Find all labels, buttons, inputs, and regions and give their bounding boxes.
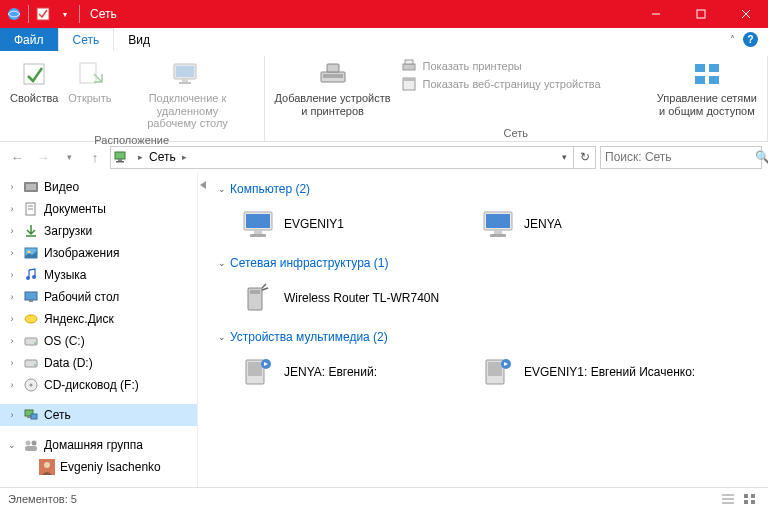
tree-resizer[interactable]	[198, 172, 208, 487]
section-infrastructure[interactable]: ⌄Сетевая инфраструктура (1)	[218, 252, 758, 274]
svg-rect-48	[31, 414, 37, 419]
search-input[interactable]	[605, 150, 755, 164]
minimize-button[interactable]	[633, 0, 678, 28]
section-media[interactable]: ⌄Устройства мультимедиа (2)	[218, 326, 758, 348]
media-device-icon	[480, 354, 516, 390]
tree-item-pictures[interactable]: ›Изображения	[0, 242, 197, 264]
svg-rect-77	[744, 500, 748, 504]
tree-item-downloads[interactable]: ›Загрузки	[0, 220, 197, 242]
search-icon[interactable]: 🔍	[755, 150, 768, 164]
cdrom-icon	[22, 376, 40, 394]
ribbon-small-buttons: Показать принтеры Показать веб-страницу …	[397, 56, 605, 94]
ribbon-tabs: Файл Сеть Вид ˄ ?	[0, 28, 768, 52]
quick-access-toolbar: ▾	[0, 5, 80, 23]
search-box[interactable]: 🔍	[600, 146, 762, 169]
tree-item-user[interactable]: Evgeniy Isachenko	[0, 456, 197, 478]
breadcrumb-network[interactable]: Сеть	[146, 150, 179, 164]
crumb-arrow-icon[interactable]: ▸	[179, 152, 190, 162]
svg-rect-51	[25, 446, 37, 451]
homegroup-icon	[22, 436, 40, 454]
printer-icon	[401, 58, 417, 74]
show-printers-button: Показать принтеры	[401, 58, 601, 74]
recent-dropdown[interactable]: ▾	[58, 146, 80, 168]
navigation-bar: ← → ▾ ↑ ▸ Сеть ▸ ▾ ↻ 🔍	[0, 142, 768, 172]
svg-rect-70	[488, 362, 502, 376]
svg-rect-24	[118, 159, 122, 161]
add-devices-button[interactable]: Добавление устройств и принтеров	[271, 56, 395, 119]
music-icon	[22, 266, 40, 284]
tab-view[interactable]: Вид	[114, 28, 164, 51]
pictures-icon	[22, 244, 40, 262]
tree-item-cdrom[interactable]: ›CD-дисковод (F:)	[0, 374, 197, 396]
open-button: Открыть	[64, 56, 115, 107]
svg-rect-16	[405, 60, 413, 64]
section-computer[interactable]: ⌄Компьютер (2)	[218, 178, 758, 200]
svg-point-41	[34, 342, 36, 344]
media-device-item[interactable]: JENYA: Евгений:	[238, 352, 468, 392]
svg-rect-60	[494, 230, 502, 234]
svg-rect-37	[29, 300, 33, 302]
address-dropdown-icon[interactable]: ▾	[555, 147, 573, 168]
back-button[interactable]: ←	[6, 146, 28, 168]
tree-item-os-c[interactable]: ›OS (C:)	[0, 330, 197, 352]
desktop-icon	[22, 288, 40, 306]
network-location-icon	[113, 148, 131, 166]
computer-item[interactable]: JENYA	[478, 204, 708, 244]
network-app-icon	[6, 6, 22, 22]
network-sharing-button[interactable]: Управление сетями и общим доступом	[653, 56, 761, 119]
forward-button[interactable]: →	[32, 146, 54, 168]
video-icon	[22, 178, 40, 196]
qat-separator	[79, 5, 80, 23]
tab-network[interactable]: Сеть	[58, 28, 115, 51]
details-view-button[interactable]	[718, 491, 738, 507]
icons-view-button[interactable]	[740, 491, 760, 507]
svg-point-0	[8, 8, 20, 20]
svg-line-65	[262, 288, 268, 290]
svg-rect-22	[709, 76, 719, 84]
tree-item-yadisk[interactable]: ›Яндекс.Диск	[0, 308, 197, 330]
tree-item-music[interactable]: ›Музыка	[0, 264, 197, 286]
svg-point-53	[44, 462, 50, 468]
qat-dropdown-icon[interactable]: ▾	[57, 6, 73, 22]
tree-item-homegroup[interactable]: ⌄Домашняя группа	[0, 434, 197, 456]
up-button[interactable]: ↑	[84, 146, 106, 168]
navigation-tree[interactable]: ›Видео ›Документы ›Загрузки ›Изображения…	[0, 172, 198, 487]
svg-rect-3	[697, 10, 705, 18]
router-item[interactable]: Wireless Router TL-WR740N	[238, 278, 468, 318]
refresh-button[interactable]: ↻	[573, 147, 595, 168]
svg-point-49	[26, 441, 31, 446]
svg-rect-63	[250, 290, 260, 294]
svg-point-45	[30, 384, 33, 387]
computer-item[interactable]: EVGENIY1	[238, 204, 468, 244]
tree-item-documents[interactable]: ›Документы	[0, 198, 197, 220]
svg-rect-20	[709, 64, 719, 72]
collapse-ribbon-icon[interactable]: ˄	[730, 34, 735, 45]
tree-item-network[interactable]: ›Сеть	[0, 404, 197, 426]
qat-separator	[28, 5, 29, 23]
network-icon	[22, 406, 40, 424]
crumb-arrow-icon[interactable]: ▸	[135, 152, 146, 162]
maximize-button[interactable]	[678, 0, 723, 28]
status-item-count: Элементов: 5	[8, 493, 77, 505]
address-bar[interactable]: ▸ Сеть ▸ ▾ ↻	[110, 146, 596, 169]
svg-point-43	[34, 364, 36, 366]
drive-icon	[22, 354, 40, 372]
properties-qat-icon[interactable]	[35, 6, 51, 22]
body: ›Видео ›Документы ›Загрузки ›Изображения…	[0, 172, 768, 487]
close-button[interactable]	[723, 0, 768, 28]
status-bar: Элементов: 5	[0, 487, 768, 509]
media-device-item[interactable]: EVGENIY1: Евгений Исаченко:	[478, 352, 708, 392]
svg-rect-36	[25, 292, 37, 300]
tab-file[interactable]: Файл	[0, 28, 58, 51]
show-webpage-button: Показать веб-страницу устройства	[401, 76, 601, 92]
tree-item-data-d[interactable]: ›Data (D:)	[0, 352, 197, 374]
svg-point-34	[26, 276, 30, 280]
svg-rect-40	[25, 338, 37, 345]
yadisk-icon	[22, 310, 40, 328]
tree-item-video[interactable]: ›Видео	[0, 176, 197, 198]
tree-item-desktop[interactable]: ›Рабочий стол	[0, 286, 197, 308]
svg-point-50	[32, 441, 37, 446]
svg-line-64	[262, 284, 266, 288]
help-icon[interactable]: ?	[743, 32, 758, 47]
properties-button[interactable]: Свойства	[6, 56, 62, 107]
